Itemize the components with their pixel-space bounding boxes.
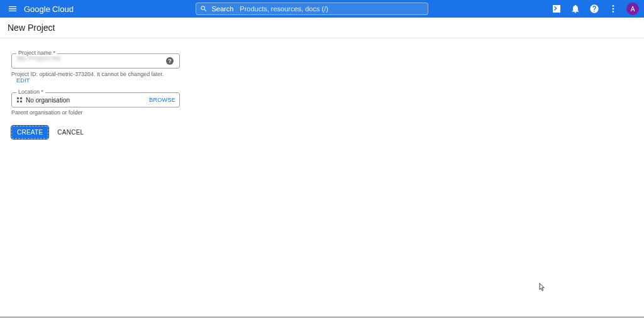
location-value: No organisation <box>26 97 149 104</box>
project-name-help-icon[interactable]: ? <box>166 57 174 65</box>
topbar-actions: A <box>551 3 639 15</box>
organisation-icon <box>16 96 23 104</box>
new-project-form: Project name * My Project Na ? Project I… <box>0 38 189 149</box>
project-id-value: optical-metric-373204 <box>40 71 94 77</box>
form-actions: CREATE CANCEL <box>11 126 177 139</box>
cancel-button[interactable]: CANCEL <box>55 126 86 139</box>
svg-point-2 <box>613 11 614 13</box>
mouse-cursor-icon <box>539 283 545 292</box>
avatar-letter: A <box>631 6 635 13</box>
project-id-line: Project ID: optical-metric-373204. It ca… <box>11 71 177 84</box>
notifications-icon[interactable] <box>570 3 581 14</box>
search-label: Search <box>211 5 233 13</box>
create-button[interactable]: CREATE <box>11 126 48 139</box>
location-label: Location * <box>16 89 45 95</box>
search-container: Search Products, resources, docs (/) <box>74 3 551 15</box>
location-field: Location * No organisation BROWSE Parent… <box>11 92 177 116</box>
help-icon[interactable] <box>589 3 600 14</box>
location-helper-text: Parent organisation or folder <box>11 109 177 116</box>
browse-button[interactable]: BROWSE <box>149 97 175 103</box>
project-name-label: Project name * <box>16 50 57 56</box>
user-avatar[interactable]: A <box>626 3 639 15</box>
project-id-prefix: Project ID: <box>11 71 38 77</box>
google-cloud-logo[interactable]: Google Cloud <box>24 4 74 14</box>
svg-point-0 <box>613 5 614 7</box>
console-icon[interactable] <box>551 3 562 14</box>
top-navigation-bar: Google Cloud Search Products, resources,… <box>0 0 644 18</box>
edit-project-id-link[interactable]: EDIT <box>16 77 30 84</box>
logo-text-bold: Google <box>24 4 50 14</box>
search-placeholder: Products, resources, docs (/) <box>240 5 328 13</box>
footer-divider <box>0 317 644 317</box>
search-box[interactable]: Search Products, resources, docs (/) <box>196 3 428 15</box>
project-name-field: Project name * My Project Na ? <box>11 53 177 69</box>
logo-text-light: Cloud <box>52 4 74 14</box>
svg-point-1 <box>613 8 614 10</box>
page-title: New Project <box>0 18 644 38</box>
search-icon <box>200 5 208 13</box>
hamburger-menu-icon[interactable] <box>5 1 20 16</box>
project-id-suffix: . It cannot be changed later. <box>94 71 164 77</box>
more-options-icon[interactable] <box>608 3 619 14</box>
